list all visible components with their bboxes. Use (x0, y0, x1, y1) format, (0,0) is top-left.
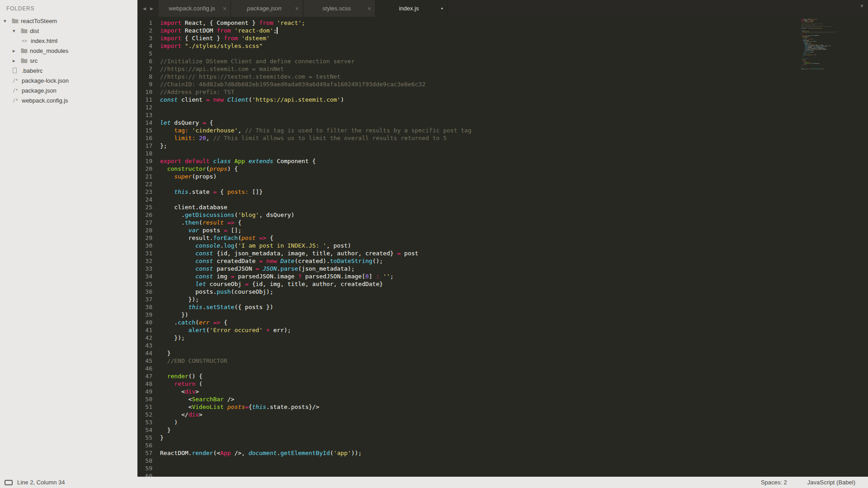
code-line[interactable]: const {id, json_metadata, image, title, … (160, 249, 868, 257)
collapse-triangle-icon[interactable]: ▾ (13, 28, 21, 34)
code-line[interactable]: return ( (160, 380, 868, 388)
close-icon[interactable]: × (368, 5, 371, 12)
code-line[interactable]: import { Client } from 'dsteem' (160, 34, 868, 42)
code-line[interactable]: ReactDOM.render(<App />, document.getEle… (160, 449, 868, 457)
code-line[interactable]: import ReactDOM from 'react-dom'; (160, 27, 868, 34)
code-line[interactable] (160, 150, 868, 157)
tree-item-src[interactable]: ▸src (0, 56, 137, 66)
code-line[interactable]: .then(result => { (160, 219, 868, 226)
code-line[interactable]: } (160, 426, 868, 434)
tree-item-webpack.config.js[interactable]: /*webpack.config.js (0, 95, 137, 105)
tab-scroll-left-icon[interactable]: ◀ (143, 6, 146, 11)
tree-item-reactToSteem[interactable]: ▾reactToSteem (0, 16, 137, 26)
code-line[interactable]: alert('Error occured' + err); (160, 326, 868, 334)
code-line[interactable]: constructor(props) { (160, 165, 868, 173)
tab-package.json[interactable]: package.json× (231, 0, 303, 17)
code-line[interactable]: this.state = { posts: []} (160, 188, 868, 196)
code-line[interactable] (160, 196, 868, 203)
code-line[interactable]: import "./styles/styles.scss" (160, 42, 868, 50)
code-line[interactable]: client.database (160, 203, 868, 211)
folder-icon (12, 18, 21, 23)
tab-webpack.config.js[interactable]: webpack.config.js× (159, 0, 231, 17)
tree-item-index.html[interactable]: <>index.html (0, 36, 137, 46)
code-line[interactable]: const img = parsedJSON.image ? parsedJSO… (160, 272, 868, 280)
code-line[interactable]: let courseObj = {id, img, title, author,… (160, 280, 868, 288)
code-line[interactable]: }; (160, 142, 868, 150)
tree-item-node_modules[interactable]: ▸node_modules (0, 46, 137, 56)
line-number: 34 (137, 272, 152, 280)
minimap-content: import React, { Component } from 'react'… (801, 19, 848, 72)
code-line[interactable]: let dsQuery = { (160, 119, 868, 127)
code-line[interactable]: .getDiscussions('blog', dsQuery) (160, 211, 868, 219)
tab-scroll-right-icon[interactable]: ▶ (150, 6, 153, 11)
collapse-triangle-icon[interactable]: ▾ (4, 18, 12, 24)
tab-bar: ◀ ▶ webpack.config.js×package.json×style… (137, 0, 868, 17)
line-number: 39 (137, 311, 152, 319)
code-line[interactable]: tag: 'cinderhouse', // This tag is used … (160, 127, 868, 134)
code-line[interactable] (160, 457, 868, 465)
code-line[interactable]: export default class App extends Compone… (160, 157, 868, 165)
code-line[interactable] (160, 465, 868, 472)
tree-item-package-lock.json[interactable]: /*package-lock.json (0, 75, 137, 85)
code-line[interactable]: //Address prefix: TST (160, 88, 868, 96)
code-line[interactable]: .catch(err => { (160, 319, 868, 326)
code-line[interactable]: //Initialize DSteem Client and define co… (160, 57, 868, 65)
expand-triangle-icon[interactable]: ▸ (13, 48, 21, 54)
code-line[interactable]: //ChainID: 46d82ab7d8db682eb1959aed0ada0… (160, 80, 868, 88)
code-line[interactable]: posts.push(courseObj); (160, 288, 868, 296)
code-line[interactable] (160, 50, 868, 57)
code-line[interactable]: //https:// https://testnet.steemitdev.co… (160, 73, 868, 80)
tab-index.js[interactable]: index.js● (376, 0, 448, 17)
tab-styles.scss[interactable]: styles.scss× (303, 0, 376, 17)
code-line[interactable]: var posts = []; (160, 226, 868, 234)
tree-item-label: src (30, 57, 38, 64)
code-line[interactable]: render() { (160, 372, 868, 380)
code-line[interactable]: ) (160, 418, 868, 426)
code-line[interactable]: result.forEach(post => { (160, 234, 868, 242)
minimap[interactable]: import React, { Component } from 'react'… (801, 19, 851, 87)
tree-item-package.json[interactable]: /*package.json (0, 85, 137, 95)
code-line[interactable]: }); (160, 296, 868, 303)
code-area[interactable]: import React, { Component } from 'react'… (160, 19, 868, 477)
tree-item-label: package.json (22, 87, 57, 94)
code-line[interactable]: <SearchBar /> (160, 395, 868, 403)
code-line[interactable] (160, 180, 868, 188)
vintage-mode-icon[interactable] (5, 480, 13, 485)
code-line[interactable]: const parsedJSON = JSON.parse(json_metad… (160, 265, 868, 272)
code-line[interactable]: } (160, 349, 868, 357)
close-icon[interactable]: × (223, 5, 226, 12)
tree-item-dist[interactable]: ▾dist (0, 26, 137, 36)
code-line[interactable]: </div> (160, 411, 868, 418)
code-line[interactable] (160, 441, 868, 449)
code-line[interactable]: <div> (160, 388, 868, 395)
line-number: 38 (137, 303, 152, 311)
code-line[interactable]: }) (160, 311, 868, 319)
code-line[interactable]: limit: 20, // This limit allows us to li… (160, 134, 868, 142)
tree-item-.babelrc[interactable]: .babelrc (0, 66, 137, 75)
code-line[interactable]: import React, { Component } from 'react'… (160, 19, 868, 27)
expand-triangle-icon[interactable]: ▸ (13, 58, 21, 64)
code-line[interactable] (160, 472, 868, 477)
file-icon (13, 68, 22, 73)
code-line[interactable]: console.log('I am post in INDEX.JS: ', p… (160, 242, 868, 249)
syntax-setting[interactable]: JavaScript (Babel) (807, 479, 855, 486)
code-line[interactable] (160, 365, 868, 372)
code-line[interactable]: //END CONSTRUCTOR (160, 357, 868, 365)
line-number: 7 (137, 65, 152, 73)
code-line[interactable]: const createdDate = new Date(created).to… (160, 257, 868, 265)
code-line[interactable] (160, 103, 868, 111)
code-line[interactable]: //https://api.steemit.com = mainNet (160, 65, 868, 73)
tab-overflow-icon[interactable]: ▼ (859, 4, 864, 9)
code-line[interactable]: } (160, 434, 868, 441)
indentation-setting[interactable]: Spaces: 2 (761, 479, 787, 486)
code-line[interactable]: const client = new Client('https://api.s… (160, 96, 868, 103)
close-icon[interactable]: × (295, 5, 299, 12)
editor[interactable]: 1234567891011121314151617181920212223242… (137, 17, 868, 477)
code-line[interactable]: <VideoList posts={this.state.posts}/> (160, 403, 868, 411)
code-line[interactable]: }); (160, 334, 868, 342)
tree-item-label: node_modules (30, 47, 68, 54)
code-line[interactable] (160, 342, 868, 349)
code-line[interactable] (160, 111, 868, 119)
code-line[interactable]: super(props) (160, 173, 868, 180)
code-line[interactable]: this.setState({ posts }) (160, 303, 868, 311)
